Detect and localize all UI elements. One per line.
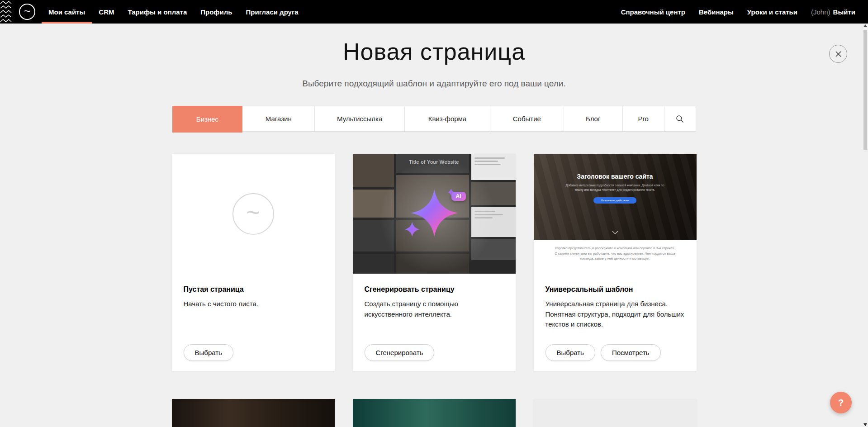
ai-preview: Title of Your Website [353,154,516,274]
tab-event[interactable]: Событие [490,106,564,131]
template-category-tabs: Бизнес Магазин Мультиссылка Квиз-форма С… [172,106,696,132]
tab-business[interactable]: Бизнес [172,106,243,133]
ai-badge: AI [451,192,466,201]
close-icon [835,51,842,57]
card-actions: Выбрать [184,344,233,361]
card-template-6[interactable] [534,399,697,427]
card-description: Начать с чистого листа. [172,294,335,309]
tab-store[interactable]: Магазин [242,106,315,131]
logout-link[interactable]: Выйти [833,8,855,16]
template-grid-row2 [172,399,697,427]
view-template-button[interactable]: Посмотреть [601,344,661,361]
blank-page-preview: ~ [172,154,335,274]
nav-help-center[interactable]: Справочный центр [614,8,692,16]
template-hero: Заголовок вашего сайта Добавьте интересн… [534,154,697,240]
template-hero-subtext: Добавьте интересные подробности о вашей … [561,183,669,192]
card-ai-generate: Title of Your Website [353,154,516,371]
nav-webinars[interactable]: Вебинары [692,8,740,16]
template-6-preview [534,399,697,427]
card-blank-page: ~ Пустая страница Начать с чистого листа… [172,154,335,371]
tilda-logo-glyph: ~ [24,4,30,18]
tilda-logo[interactable]: ~ [19,4,35,20]
tab-pro[interactable]: Pro [623,106,664,131]
generate-button[interactable]: Сгенерировать [365,344,435,361]
page-title: Новая страница [0,38,868,65]
nav-invite-friend[interactable]: Пригласи друга [239,0,305,24]
scroll-up-icon[interactable] [863,24,867,27]
main-nav: Мои сайты CRM Тарифы и оплата Профиль Пр… [42,0,305,24]
template-hero-cta: Основное действие [593,197,637,204]
search-icon [675,114,684,123]
card-universal-template: Заголовок вашего сайта Добавьте интересн… [534,154,697,371]
scrollbar-thumb[interactable] [863,30,867,150]
nav-tariffs[interactable]: Тарифы и оплата [121,0,194,24]
card-title: Пустая страница [172,274,335,294]
card-template-4[interactable] [172,399,335,427]
tab-multilink[interactable]: Мультиссылка [315,106,405,131]
nav-crm[interactable]: CRM [92,0,121,24]
ai-sparkle-icon [396,181,468,247]
tab-blog[interactable]: Блог [564,106,623,131]
card-description: Универсальная страница для бизнеса. Поня… [534,294,697,330]
template-4-preview [172,399,335,427]
nav-lessons[interactable]: Уроки и статьи [740,8,804,16]
scroll-down-icon[interactable] [863,423,867,426]
tab-quiz-form[interactable]: Квиз-форма [405,106,490,131]
template-5-preview [353,399,516,427]
zigzag-pattern-icon [0,0,12,24]
universal-template-preview: Заголовок вашего сайта Добавьте интересн… [534,154,697,274]
secondary-nav: Справочный центр Вебинары Уроки и статьи… [614,0,868,24]
template-grid: ~ Пустая страница Начать с чистого листа… [172,154,697,371]
template-body: Коротко представьтесь и расскажите о ком… [534,240,697,274]
tab-search[interactable] [664,106,696,131]
select-blank-button[interactable]: Выбрать [184,344,233,361]
card-actions: Сгенерировать [365,344,435,361]
card-description: Создать страницу с помощью искусственног… [353,294,516,319]
ai-preview-site-title: Title of Your Website [353,159,516,165]
card-template-5[interactable] [353,399,516,427]
app-root: ~ Мои сайты CRM Тарифы и оплата Профиль … [0,0,868,427]
card-title: Универсальный шаблон [534,274,697,294]
page-subtitle: Выберите подходящий шаблон и адаптируйте… [0,79,868,89]
chevron-down-icon [612,228,618,236]
close-button[interactable] [829,45,847,63]
user-logout[interactable]: (John) Выйти [804,8,855,16]
select-template-button[interactable]: Выбрать [545,344,595,361]
template-hero-title: Заголовок вашего сайта [577,173,653,180]
template-body-text: Коротко представьтесь и расскажите о ком… [554,246,677,261]
card-title: Сгенерировать страницу [353,274,516,294]
top-navbar: ~ Мои сайты CRM Тарифы и оплата Профиль … [0,0,868,24]
scrollbar[interactable] [863,24,868,426]
nav-my-sites[interactable]: Мои сайты [42,0,92,24]
card-actions: Выбрать Посмотреть [545,344,661,361]
help-button[interactable]: ? [830,392,852,413]
tilda-watermark-icon: ~ [232,193,274,235]
user-name: (John) [811,8,830,16]
nav-profile[interactable]: Профиль [194,0,239,24]
